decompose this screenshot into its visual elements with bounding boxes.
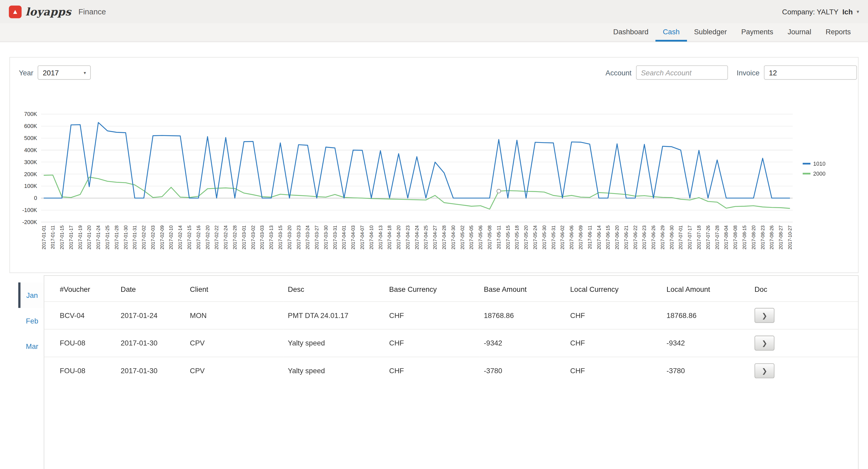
svg-text:700K: 700K — [24, 111, 37, 117]
table-cell: BCV-04 — [44, 301, 116, 329]
svg-text:2017-02-03: 2017-02-03 — [150, 225, 156, 250]
svg-text:2017-07-18: 2017-07-18 — [696, 225, 702, 250]
app-header: ▲ loyapps Finance Company: YALTY Ich ▾ — [0, 0, 868, 23]
account-filter-group: Account Invoice — [606, 65, 857, 80]
chevron-right-icon: ❯ — [762, 339, 767, 347]
svg-text:300K: 300K — [24, 159, 37, 165]
svg-text:2017-02-02: 2017-02-02 — [141, 225, 147, 250]
month-tab-mar[interactable]: Mar — [18, 333, 44, 359]
svg-text:2017-01-25: 2017-01-25 — [105, 225, 110, 250]
svg-text:2017-02-20: 2017-02-20 — [205, 225, 210, 250]
chart-area: 700K600K500K400K300K200K100K0-100K-200K2… — [10, 84, 858, 272]
svg-text:2017-03-13: 2017-03-13 — [269, 225, 274, 250]
transactions-table-card: #VoucherDateClientDescBase CurrencyBase … — [44, 275, 859, 469]
svg-text:2017-02-14: 2017-02-14 — [178, 225, 183, 250]
column-header: Desc — [283, 276, 384, 301]
svg-text:2017-01-24: 2017-01-24 — [96, 225, 101, 250]
svg-text:2017-04-18: 2017-04-18 — [387, 225, 392, 250]
svg-text:2017-05-30: 2017-05-30 — [542, 225, 547, 250]
transactions-table: #VoucherDateClientDescBase CurrencyBase … — [44, 276, 858, 384]
month-tab-feb[interactable]: Feb — [18, 308, 44, 333]
svg-text:2017-04-27: 2017-04-27 — [432, 225, 438, 250]
legend-item-2000[interactable]: 2000 — [803, 171, 825, 177]
doc-cell: ❯ — [750, 329, 858, 357]
svg-text:2017-03-23: 2017-03-23 — [296, 225, 301, 250]
user-menu[interactable]: Ich — [842, 8, 853, 16]
svg-text:2017-05-11: 2017-05-11 — [496, 225, 501, 249]
table-cell: 2017-01-30 — [116, 357, 185, 384]
page: ▲ loyapps Finance Company: YALTY Ich ▾ D… — [0, 0, 868, 469]
table-cell: CHF — [566, 329, 662, 357]
tab-journal[interactable]: Journal — [780, 23, 818, 41]
table-cell: -3780 — [479, 357, 566, 384]
svg-text:600K: 600K — [24, 123, 37, 129]
svg-text:2017-04-24: 2017-04-24 — [414, 225, 420, 250]
table-cell: FOU-08 — [44, 329, 116, 357]
svg-text:2017-04-07: 2017-04-07 — [360, 225, 365, 250]
svg-text:2017-02-16: 2017-02-16 — [196, 225, 201, 250]
svg-text:2017-01-15: 2017-01-15 — [59, 225, 65, 250]
table-cell: MON — [185, 301, 284, 329]
account-search-input[interactable] — [636, 65, 728, 80]
month-tabs: JanFebMar — [9, 275, 44, 469]
table-cell: -9342 — [662, 329, 750, 357]
svg-text:2017-06-02: 2017-06-02 — [560, 225, 565, 250]
svg-text:2017-03-31: 2017-03-31 — [333, 225, 338, 250]
svg-text:2017-07-28: 2017-07-28 — [715, 225, 720, 250]
doc-open-button[interactable]: ❯ — [754, 308, 774, 323]
main-content: Year 2017 ▾ Account Invoice 700K600K500K… — [0, 42, 868, 469]
svg-text:2017-06-06: 2017-06-06 — [569, 225, 574, 250]
invoice-input[interactable] — [764, 65, 857, 80]
month-tab-jan[interactable]: Jan — [18, 283, 44, 308]
table-cell: PMT DTA 24.01.17 — [283, 301, 384, 329]
year-select[interactable]: 2017 ▾ — [38, 65, 91, 80]
filter-row: Year 2017 ▾ Account Invoice — [10, 58, 858, 84]
svg-text:2017-05-20: 2017-05-20 — [524, 225, 529, 250]
column-header: Base Currency — [385, 276, 479, 301]
tab-cash[interactable]: Cash — [656, 23, 687, 41]
svg-text:2017-06-30: 2017-06-30 — [669, 225, 674, 250]
svg-text:2017-08-04: 2017-08-04 — [723, 225, 729, 250]
app-title: Finance — [79, 7, 106, 16]
legend-swatch-icon — [803, 163, 810, 164]
legend-item-1010[interactable]: 1010 — [803, 161, 825, 167]
svg-text:2017-06-22: 2017-06-22 — [633, 225, 638, 250]
chevron-right-icon: ❯ — [762, 367, 767, 375]
tab-payments[interactable]: Payments — [734, 23, 780, 41]
cash-line-chart[interactable]: 700K600K500K400K300K200K100K0-100K-200K2… — [14, 110, 796, 270]
svg-text:2017-01-19: 2017-01-19 — [78, 225, 83, 250]
table-row[interactable]: FOU-082017-01-30CPVYalty speedCHF-9342CH… — [44, 329, 858, 357]
svg-text:2017-04-10: 2017-04-10 — [369, 225, 374, 250]
svg-text:2017-01-31: 2017-01-31 — [132, 225, 137, 250]
svg-text:2017-02-10: 2017-02-10 — [168, 225, 174, 250]
tab-subledger[interactable]: Subledger — [687, 23, 734, 41]
svg-text:2017-04-03: 2017-04-03 — [350, 225, 356, 250]
svg-text:400K: 400K — [24, 147, 37, 153]
table-row[interactable]: FOU-082017-01-30CPVYalty speedCHF-3780CH… — [44, 357, 858, 384]
user-menu-caret-icon[interactable]: ▾ — [857, 9, 859, 14]
table-row[interactable]: BCV-042017-01-24MONPMT DTA 24.01.17CHF18… — [44, 301, 858, 329]
svg-text:2017-03-15: 2017-03-15 — [278, 225, 283, 250]
legend-label: 1010 — [813, 161, 826, 167]
column-header: Date — [116, 276, 185, 301]
tab-dashboard[interactable]: Dashboard — [606, 23, 656, 41]
svg-text:2017-06-09: 2017-06-09 — [578, 225, 583, 250]
doc-open-button[interactable]: ❯ — [754, 335, 774, 350]
table-header-row: #VoucherDateClientDescBase CurrencyBase … — [44, 276, 858, 301]
year-label: Year — [19, 68, 33, 77]
chevron-right-icon: ❯ — [762, 312, 767, 319]
svg-text:2017-05-06: 2017-05-06 — [478, 225, 483, 250]
tab-reports[interactable]: Reports — [818, 23, 858, 41]
svg-text:2017-01-20: 2017-01-20 — [87, 225, 92, 250]
doc-open-button[interactable]: ❯ — [754, 363, 774, 378]
column-header: Local Currency — [566, 276, 662, 301]
svg-text:2017-06-11: 2017-06-11 — [587, 225, 592, 249]
year-select-value: 2017 — [43, 68, 59, 77]
svg-text:2017-03-01: 2017-03-01 — [242, 225, 247, 250]
svg-text:2017-02-15: 2017-02-15 — [187, 225, 192, 250]
table-cell: Yalty speed — [283, 329, 384, 357]
year-select-caret-icon: ▾ — [84, 70, 86, 75]
table-cell: 2017-01-24 — [116, 301, 185, 329]
svg-text:2017-03-03: 2017-03-03 — [259, 225, 265, 250]
svg-text:2017-05-18: 2017-05-18 — [514, 225, 520, 250]
